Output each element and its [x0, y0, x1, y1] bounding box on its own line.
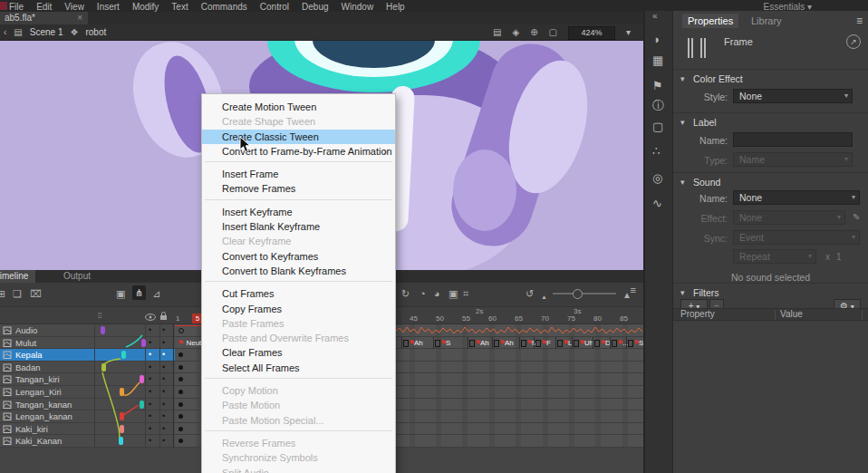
parent-link-node[interactable]	[101, 363, 106, 372]
layer-lock-dot[interactable]: •	[162, 337, 165, 349]
tab-output[interactable]: Output	[56, 270, 98, 283]
loop-icon[interactable]: ↻	[401, 287, 410, 300]
parent-link-node[interactable]	[121, 351, 126, 359]
context-menu-item[interactable]: Convert to Blank Keyframes	[202, 264, 395, 278]
timeline-panel-menu-icon[interactable]: ≡	[631, 285, 636, 295]
parent-link-node[interactable]	[101, 326, 105, 334]
section-color-effect[interactable]: ▾ Color Effect	[673, 69, 868, 90]
layer-lock-dot[interactable]: •	[162, 373, 165, 385]
collapse-triangle-icon[interactable]: ▾	[680, 177, 685, 187]
align-panel-icon[interactable]: ⚑	[652, 80, 663, 92]
live-preview-icon[interactable]: ↗	[846, 34, 861, 49]
edit-multiple-frames-icon[interactable]: ▣	[448, 287, 458, 300]
keyframe-marker[interactable]	[178, 327, 184, 333]
collapse-panels-icon[interactable]: «	[652, 11, 658, 21]
menubar-item[interactable]: Window	[342, 0, 374, 12]
layer-lock-dot[interactable]: •	[162, 423, 165, 435]
menubar-item[interactable]: Modify	[132, 0, 159, 12]
context-menu-item[interactable]: Insert Keyframe	[202, 205, 395, 219]
slider-knob[interactable]	[573, 289, 583, 299]
keyframe-marker[interactable]	[178, 401, 184, 408]
layer-visibility-dot[interactable]: •	[149, 362, 151, 373]
menubar-item[interactable]: Edit	[36, 0, 52, 12]
clip-bounds-icon[interactable]: ▢	[549, 24, 557, 41]
panel-menu-icon[interactable]: ≡	[856, 14, 863, 27]
timeline-zoom-out-icon[interactable]: ▲	[541, 291, 547, 304]
keyframe-marker[interactable]	[178, 352, 184, 358]
breadcrumb-scene[interactable]: Scene 1	[30, 24, 63, 41]
back-icon[interactable]: ‹	[4, 24, 6, 41]
context-menu-item[interactable]: Remove Frames	[202, 181, 395, 196]
context-menu-item[interactable]: Convert to Frame-by-Frame Animation ›	[202, 144, 395, 159]
lock-icon[interactable]	[159, 312, 168, 321]
onion-skin-icon[interactable]: ◔	[420, 287, 426, 300]
parent-link-node[interactable]	[119, 437, 123, 445]
context-menu-item[interactable]: Create Classic Tween	[202, 130, 395, 144]
keyframe-marker[interactable]	[178, 413, 184, 420]
lip-sync-keyframe[interactable]: ⚑ S	[433, 337, 469, 350]
keyframe-marker[interactable]	[178, 389, 184, 395]
menubar-item[interactable]: Debug	[302, 0, 328, 12]
keyframe-marker[interactable]	[178, 426, 184, 432]
repeat-count[interactable]: 1	[836, 252, 842, 262]
layer-visibility-dot[interactable]: •	[149, 423, 151, 435]
menubar-item[interactable]: Commands	[201, 0, 247, 12]
stage-zoom-input[interactable]: 424%	[568, 26, 615, 40]
center-frame-icon[interactable]: ↺	[526, 287, 534, 300]
onion-outlines-icon[interactable]: ◕	[434, 287, 440, 300]
menubar-item[interactable]: Control	[260, 0, 289, 12]
transform-panel-icon[interactable]: ▢	[652, 121, 663, 133]
document-tab[interactable]: ab5.fla* ×	[0, 12, 88, 24]
tab-library[interactable]: Library	[751, 15, 782, 26]
layer-visibility-dot[interactable]: •	[149, 435, 151, 447]
context-menu-item[interactable]: Insert Blank Keyframe	[202, 219, 395, 234]
layer-visibility-dot[interactable]: •	[149, 373, 151, 385]
layer-lock-dot[interactable]: •	[162, 410, 165, 422]
collapse-triangle-icon[interactable]: ▾	[680, 117, 685, 127]
label-name-input[interactable]	[733, 132, 853, 147]
menubar-item[interactable]: Text	[171, 0, 188, 12]
tab-properties[interactable]: Properties	[682, 14, 738, 28]
collapse-triangle-icon[interactable]: ▾	[680, 287, 685, 297]
collapse-triangle-icon[interactable]: ▾	[680, 73, 685, 83]
timeline-zoom-slider[interactable]	[553, 293, 616, 294]
clip-actions-icon[interactable]: ▤	[493, 24, 501, 41]
info-panel-icon[interactable]: ⓘ	[652, 100, 664, 112]
eye-icon[interactable]	[145, 314, 156, 321]
style-dropdown[interactable]: None ▾	[733, 89, 853, 103]
lip-sync-keyframe[interactable]: ⚑ Ah	[401, 337, 438, 350]
parent-link-node[interactable]	[120, 388, 124, 396]
marker-range-icon[interactable]: ⌗	[463, 287, 468, 300]
new-layer-icon[interactable]: ⊞	[0, 287, 5, 300]
keyframe-marker[interactable]	[178, 376, 184, 382]
menubar-item[interactable]: View	[64, 0, 84, 12]
cc-libraries-icon[interactable]: ◎	[652, 172, 662, 185]
brush-library-icon[interactable]: ∴	[652, 145, 660, 158]
breadcrumb-symbol[interactable]: robot	[85, 24, 106, 41]
layer-lock-dot[interactable]: •	[162, 362, 165, 373]
parent-link-node[interactable]	[140, 401, 144, 409]
context-menu-item[interactable]: Insert Frame	[202, 167, 395, 181]
menubar-item[interactable]: Help	[386, 0, 405, 12]
pencil-icon[interactable]: ✎	[853, 212, 860, 222]
delete-layer-icon[interactable]: ⌧	[30, 287, 42, 300]
swatches-panel-icon[interactable]: ▦	[652, 54, 663, 67]
layer-visibility-dot[interactable]: •	[149, 349, 151, 361]
layer-visibility-dot[interactable]: •	[149, 337, 151, 349]
color-panel-icon[interactable]: ◑	[652, 34, 660, 46]
layer-visibility-dot[interactable]: •	[149, 410, 151, 422]
context-menu-item[interactable]: Create Motion Tween	[202, 100, 395, 114]
parenting-view-icon[interactable]: ⋔	[132, 285, 146, 300]
close-icon[interactable]: ×	[77, 12, 82, 24]
parent-link-node[interactable]	[141, 339, 146, 347]
parent-link-node[interactable]	[120, 425, 124, 433]
layer-lock-dot[interactable]: •	[162, 386, 165, 398]
new-folder-icon[interactable]: ❏	[13, 287, 22, 300]
context-menu-item[interactable]: Convert to Keyframes	[202, 249, 395, 264]
motion-editor-icon[interactable]: ∿	[652, 198, 662, 210]
layer-lock-dot[interactable]: •	[162, 324, 165, 336]
context-menu-item[interactable]: Select All Frames	[202, 361, 395, 375]
layer-lock-dot[interactable]: •	[162, 399, 165, 410]
layer-visibility-dot[interactable]: •	[149, 399, 151, 410]
keyframe-marker[interactable]	[178, 438, 184, 444]
